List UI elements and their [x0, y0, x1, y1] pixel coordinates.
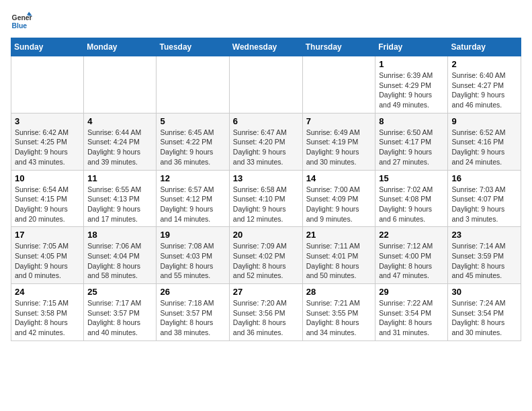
- day-info: Sunrise: 6:40 AM Sunset: 4:27 PM Dayligh…: [451, 71, 517, 110]
- day-number: 17: [15, 230, 80, 240]
- calendar-cell: 10Sunrise: 6:54 AM Sunset: 4:15 PM Dayli…: [11, 170, 84, 227]
- day-number: 5: [160, 116, 225, 126]
- logo-icon: General Blue: [11, 11, 32, 32]
- calendar-week-row: 3Sunrise: 6:42 AM Sunset: 4:25 PM Daylig…: [11, 113, 521, 170]
- calendar-cell: 5Sunrise: 6:45 AM Sunset: 4:22 PM Daylig…: [157, 113, 229, 170]
- calendar-cell: 6Sunrise: 6:47 AM Sunset: 4:20 PM Daylig…: [229, 113, 302, 170]
- day-info: Sunrise: 6:50 AM Sunset: 4:17 PM Dayligh…: [379, 128, 444, 167]
- day-info: Sunrise: 6:45 AM Sunset: 4:22 PM Dayligh…: [160, 128, 225, 167]
- calendar-table: SundayMondayTuesdayWednesdayThursdayFrid…: [11, 38, 521, 341]
- day-number: 7: [306, 116, 372, 126]
- day-info: Sunrise: 7:06 AM Sunset: 4:04 PM Dayligh…: [87, 241, 152, 281]
- calendar-cell: 13Sunrise: 6:58 AM Sunset: 4:10 PM Dayli…: [229, 170, 302, 227]
- day-number: 28: [306, 287, 372, 297]
- column-header-sunday: Sunday: [11, 38, 84, 56]
- calendar-cell: 21Sunrise: 7:11 AM Sunset: 4:01 PM Dayli…: [302, 227, 375, 284]
- day-number: 12: [160, 173, 225, 183]
- calendar-cell: [11, 56, 84, 113]
- day-number: 16: [451, 173, 517, 183]
- calendar-header-row: SundayMondayTuesdayWednesdayThursdayFrid…: [11, 38, 521, 56]
- day-info: Sunrise: 6:57 AM Sunset: 4:12 PM Dayligh…: [160, 185, 225, 224]
- calendar-cell: 28Sunrise: 7:21 AM Sunset: 3:55 PM Dayli…: [302, 284, 375, 341]
- day-number: 26: [160, 287, 225, 297]
- day-number: 18: [87, 230, 152, 240]
- page-header: General Blue: [11, 11, 521, 32]
- day-info: Sunrise: 7:24 AM Sunset: 3:54 PM Dayligh…: [451, 298, 517, 338]
- calendar-cell: 7Sunrise: 6:49 AM Sunset: 4:19 PM Daylig…: [302, 113, 375, 170]
- calendar-cell: 17Sunrise: 7:05 AM Sunset: 4:05 PM Dayli…: [11, 227, 84, 284]
- logo: General Blue: [11, 11, 32, 32]
- column-header-monday: Monday: [84, 38, 157, 56]
- day-info: Sunrise: 6:52 AM Sunset: 4:16 PM Dayligh…: [451, 128, 517, 167]
- calendar-cell: 11Sunrise: 6:55 AM Sunset: 4:13 PM Dayli…: [84, 170, 157, 227]
- column-header-wednesday: Wednesday: [229, 38, 302, 56]
- day-number: 19: [160, 230, 225, 240]
- day-number: 9: [451, 116, 517, 126]
- calendar-cell: 4Sunrise: 6:44 AM Sunset: 4:24 PM Daylig…: [84, 113, 157, 170]
- day-info: Sunrise: 7:09 AM Sunset: 4:02 PM Dayligh…: [233, 241, 299, 281]
- day-info: Sunrise: 7:21 AM Sunset: 3:55 PM Dayligh…: [306, 298, 372, 338]
- day-number: 2: [451, 59, 517, 69]
- calendar-cell: [84, 56, 157, 113]
- day-info: Sunrise: 7:08 AM Sunset: 4:03 PM Dayligh…: [160, 241, 225, 281]
- day-info: Sunrise: 7:12 AM Sunset: 4:00 PM Dayligh…: [379, 241, 444, 281]
- day-number: 14: [306, 173, 372, 183]
- calendar-cell: 24Sunrise: 7:15 AM Sunset: 3:58 PM Dayli…: [11, 284, 84, 341]
- day-info: Sunrise: 7:22 AM Sunset: 3:54 PM Dayligh…: [379, 298, 444, 338]
- day-info: Sunrise: 6:55 AM Sunset: 4:13 PM Dayligh…: [87, 185, 152, 224]
- calendar-cell: 20Sunrise: 7:09 AM Sunset: 4:02 PM Dayli…: [229, 227, 302, 284]
- day-info: Sunrise: 7:05 AM Sunset: 4:05 PM Dayligh…: [15, 241, 80, 281]
- svg-text:Blue: Blue: [12, 22, 28, 30]
- calendar-cell: 22Sunrise: 7:12 AM Sunset: 4:00 PM Dayli…: [375, 227, 448, 284]
- calendar-cell: [229, 56, 302, 113]
- day-info: Sunrise: 7:14 AM Sunset: 3:59 PM Dayligh…: [451, 241, 517, 281]
- day-info: Sunrise: 6:44 AM Sunset: 4:24 PM Dayligh…: [87, 128, 152, 167]
- day-number: 20: [233, 230, 299, 240]
- day-number: 29: [379, 287, 444, 297]
- calendar-cell: 23Sunrise: 7:14 AM Sunset: 3:59 PM Dayli…: [448, 227, 521, 284]
- calendar-cell: [157, 56, 229, 113]
- calendar-cell: 16Sunrise: 7:03 AM Sunset: 4:07 PM Dayli…: [448, 170, 521, 227]
- calendar-week-row: 24Sunrise: 7:15 AM Sunset: 3:58 PM Dayli…: [11, 284, 521, 341]
- day-info: Sunrise: 7:15 AM Sunset: 3:58 PM Dayligh…: [15, 298, 80, 338]
- day-info: Sunrise: 7:02 AM Sunset: 4:08 PM Dayligh…: [379, 185, 444, 224]
- calendar-cell: 27Sunrise: 7:20 AM Sunset: 3:56 PM Dayli…: [229, 284, 302, 341]
- day-info: Sunrise: 7:18 AM Sunset: 3:57 PM Dayligh…: [160, 298, 225, 338]
- calendar-cell: 1Sunrise: 6:39 AM Sunset: 4:29 PM Daylig…: [375, 56, 448, 113]
- calendar-cell: 8Sunrise: 6:50 AM Sunset: 4:17 PM Daylig…: [375, 113, 448, 170]
- day-number: 11: [87, 173, 152, 183]
- day-number: 8: [379, 116, 444, 126]
- day-info: Sunrise: 7:17 AM Sunset: 3:57 PM Dayligh…: [87, 298, 152, 338]
- calendar-cell: 15Sunrise: 7:02 AM Sunset: 4:08 PM Dayli…: [375, 170, 448, 227]
- day-number: 15: [379, 173, 444, 183]
- calendar-cell: 26Sunrise: 7:18 AM Sunset: 3:57 PM Dayli…: [157, 284, 229, 341]
- column-header-tuesday: Tuesday: [157, 38, 229, 56]
- calendar-cell: 9Sunrise: 6:52 AM Sunset: 4:16 PM Daylig…: [448, 113, 521, 170]
- calendar-cell: 3Sunrise: 6:42 AM Sunset: 4:25 PM Daylig…: [11, 113, 84, 170]
- day-number: 27: [233, 287, 299, 297]
- calendar-cell: 18Sunrise: 7:06 AM Sunset: 4:04 PM Dayli…: [84, 227, 157, 284]
- day-number: 25: [87, 287, 152, 297]
- calendar-cell: 12Sunrise: 6:57 AM Sunset: 4:12 PM Dayli…: [157, 170, 229, 227]
- calendar-week-row: 17Sunrise: 7:05 AM Sunset: 4:05 PM Dayli…: [11, 227, 521, 284]
- day-number: 13: [233, 173, 299, 183]
- day-info: Sunrise: 6:47 AM Sunset: 4:20 PM Dayligh…: [233, 128, 299, 167]
- calendar-cell: 29Sunrise: 7:22 AM Sunset: 3:54 PM Dayli…: [375, 284, 448, 341]
- day-number: 22: [379, 230, 444, 240]
- calendar-week-row: 10Sunrise: 6:54 AM Sunset: 4:15 PM Dayli…: [11, 170, 521, 227]
- day-number: 3: [15, 116, 80, 126]
- calendar-week-row: 1Sunrise: 6:39 AM Sunset: 4:29 PM Daylig…: [11, 56, 521, 113]
- day-number: 23: [451, 230, 517, 240]
- day-info: Sunrise: 6:54 AM Sunset: 4:15 PM Dayligh…: [15, 185, 80, 224]
- day-info: Sunrise: 7:00 AM Sunset: 4:09 PM Dayligh…: [306, 185, 372, 224]
- calendar-cell: 2Sunrise: 6:40 AM Sunset: 4:27 PM Daylig…: [448, 56, 521, 113]
- day-number: 21: [306, 230, 372, 240]
- column-header-saturday: Saturday: [448, 38, 521, 56]
- column-header-friday: Friday: [375, 38, 448, 56]
- day-info: Sunrise: 7:20 AM Sunset: 3:56 PM Dayligh…: [233, 298, 299, 338]
- calendar-cell: 14Sunrise: 7:00 AM Sunset: 4:09 PM Dayli…: [302, 170, 375, 227]
- column-header-thursday: Thursday: [302, 38, 375, 56]
- day-info: Sunrise: 6:42 AM Sunset: 4:25 PM Dayligh…: [15, 128, 80, 167]
- calendar-cell: 19Sunrise: 7:08 AM Sunset: 4:03 PM Dayli…: [157, 227, 229, 284]
- day-info: Sunrise: 7:03 AM Sunset: 4:07 PM Dayligh…: [451, 185, 517, 224]
